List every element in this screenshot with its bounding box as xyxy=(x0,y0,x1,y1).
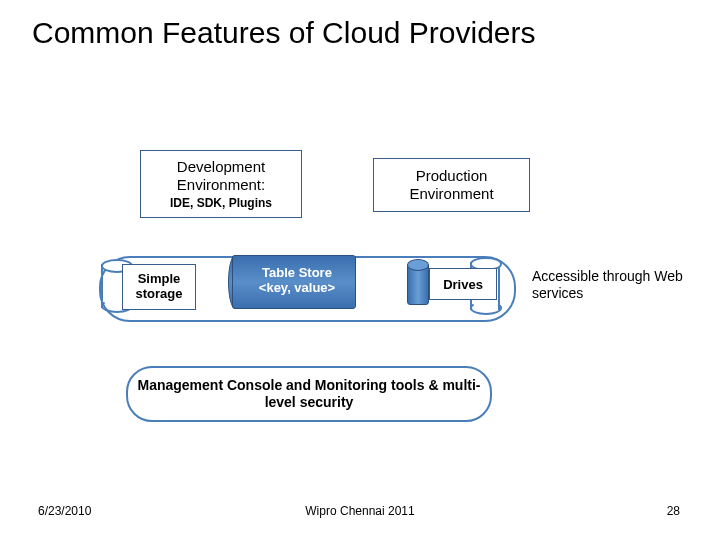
prod-env-line1: Production xyxy=(416,167,488,185)
prod-env-box: Production Environment xyxy=(373,158,530,212)
prod-env-line2: Environment xyxy=(409,185,493,203)
footer-page-number: 28 xyxy=(667,504,680,518)
drives-box: Drives xyxy=(429,268,497,300)
drives-cylinder-top-icon xyxy=(407,259,429,271)
table-store-label: Table Store <key, value> xyxy=(247,257,347,305)
management-box: Management Console and Monitoring tools … xyxy=(126,366,492,422)
slide-title: Common Features of Cloud Providers xyxy=(32,16,536,50)
dev-env-sub: IDE, SDK, Plugins xyxy=(170,196,272,210)
dev-env-line2: Environment: xyxy=(177,176,265,194)
access-label: Accessible through Web services xyxy=(532,268,720,302)
slide: Common Features of Cloud Providers Devel… xyxy=(0,0,720,540)
simple-storage-box: Simple storage xyxy=(122,264,196,310)
dev-env-box: Development Environment: IDE, SDK, Plugi… xyxy=(140,150,302,218)
dev-env-line1: Development xyxy=(177,158,265,176)
footer-venue: Wipro Chennai 2011 xyxy=(0,504,720,518)
